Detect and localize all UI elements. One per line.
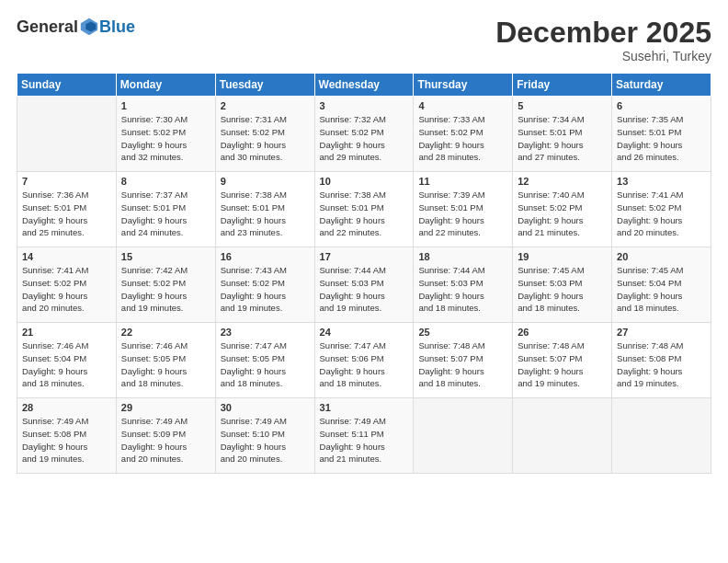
day-number: 20 <box>617 251 706 262</box>
day-number: 3 <box>320 100 409 111</box>
table-row: 27Sunrise: 7:48 AMSunset: 5:08 PMDayligh… <box>612 323 711 398</box>
day-info: Sunrise: 7:47 AMSunset: 5:05 PMDaylight:… <box>221 339 310 390</box>
day-number: 4 <box>418 100 507 111</box>
day-info: Sunrise: 7:49 AMSunset: 5:09 PMDaylight:… <box>121 415 210 465</box>
day-info: Sunrise: 7:44 AMSunset: 5:03 PMDaylight:… <box>320 264 409 315</box>
table-row: 29Sunrise: 7:49 AMSunset: 5:09 PMDayligh… <box>116 398 215 474</box>
table-row: 18Sunrise: 7:44 AMSunset: 5:03 PMDayligh… <box>414 247 513 323</box>
day-number: 15 <box>121 251 210 262</box>
col-tuesday: Tuesday <box>215 74 314 97</box>
table-row: 8Sunrise: 7:37 AMSunset: 5:01 PMDaylight… <box>116 172 215 247</box>
day-number: 25 <box>418 327 507 338</box>
col-sunday: Sunday <box>17 74 117 97</box>
day-info: Sunrise: 7:35 AMSunset: 5:01 PMDaylight:… <box>617 113 706 164</box>
day-number: 22 <box>121 327 210 338</box>
logo-general-text: General <box>17 17 78 37</box>
day-number: 2 <box>221 100 310 111</box>
calendar-week-row: 14Sunrise: 7:41 AMSunset: 5:02 PMDayligh… <box>17 247 711 323</box>
title-block: December 2025 Susehri, Turkey <box>495 17 711 63</box>
col-saturday: Saturday <box>612 74 711 97</box>
day-number: 14 <box>22 251 111 262</box>
logo-icon <box>79 17 99 37</box>
day-number: 6 <box>617 100 706 111</box>
day-info: Sunrise: 7:49 AMSunset: 5:10 PMDaylight:… <box>221 415 310 465</box>
table-row: 13Sunrise: 7:41 AMSunset: 5:02 PMDayligh… <box>612 172 711 247</box>
day-info: Sunrise: 7:42 AMSunset: 5:02 PMDaylight:… <box>121 264 210 315</box>
table-row: 5Sunrise: 7:34 AMSunset: 5:01 PMDaylight… <box>513 97 612 172</box>
day-info: Sunrise: 7:32 AMSunset: 5:02 PMDaylight:… <box>320 113 409 164</box>
calendar-header-row: Sunday Monday Tuesday Wednesday Thursday… <box>17 74 711 97</box>
day-number: 11 <box>418 176 507 187</box>
table-row: 30Sunrise: 7:49 AMSunset: 5:10 PMDayligh… <box>215 398 314 474</box>
table-row: 16Sunrise: 7:43 AMSunset: 5:02 PMDayligh… <box>215 247 314 323</box>
day-info: Sunrise: 7:41 AMSunset: 5:02 PMDaylight:… <box>617 189 706 239</box>
table-row: 1Sunrise: 7:30 AMSunset: 5:02 PMDaylight… <box>116 97 215 172</box>
day-number: 9 <box>221 176 310 187</box>
table-row: 14Sunrise: 7:41 AMSunset: 5:02 PMDayligh… <box>17 247 117 323</box>
logo-blue-text: Blue <box>99 17 135 37</box>
day-number: 17 <box>320 251 409 262</box>
table-row <box>17 97 117 172</box>
table-row: 15Sunrise: 7:42 AMSunset: 5:02 PMDayligh… <box>116 247 215 323</box>
day-info: Sunrise: 7:30 AMSunset: 5:02 PMDaylight:… <box>121 113 210 164</box>
table-row: 21Sunrise: 7:46 AMSunset: 5:04 PMDayligh… <box>17 323 117 398</box>
day-number: 21 <box>22 327 111 338</box>
day-info: Sunrise: 7:45 AMSunset: 5:04 PMDaylight:… <box>617 264 706 315</box>
day-number: 8 <box>121 176 210 187</box>
table-row: 26Sunrise: 7:48 AMSunset: 5:07 PMDayligh… <box>513 323 612 398</box>
day-info: Sunrise: 7:48 AMSunset: 5:07 PMDaylight:… <box>418 339 507 390</box>
day-info: Sunrise: 7:48 AMSunset: 5:07 PMDaylight:… <box>518 339 607 390</box>
calendar-week-row: 1Sunrise: 7:30 AMSunset: 5:02 PMDaylight… <box>17 97 711 172</box>
header: General Blue December 2025 Susehri, Turk… <box>17 17 711 63</box>
calendar-week-row: 28Sunrise: 7:49 AMSunset: 5:08 PMDayligh… <box>17 398 711 474</box>
day-info: Sunrise: 7:36 AMSunset: 5:01 PMDaylight:… <box>22 189 111 239</box>
day-info: Sunrise: 7:49 AMSunset: 5:08 PMDaylight:… <box>22 415 111 465</box>
day-info: Sunrise: 7:43 AMSunset: 5:02 PMDaylight:… <box>221 264 310 315</box>
table-row: 4Sunrise: 7:33 AMSunset: 5:02 PMDaylight… <box>414 97 513 172</box>
table-row: 31Sunrise: 7:49 AMSunset: 5:11 PMDayligh… <box>314 398 414 474</box>
calendar-table: Sunday Monday Tuesday Wednesday Thursday… <box>17 73 711 474</box>
day-info: Sunrise: 7:46 AMSunset: 5:04 PMDaylight:… <box>22 339 111 390</box>
logo: General Blue <box>17 17 135 37</box>
day-info: Sunrise: 7:31 AMSunset: 5:02 PMDaylight:… <box>221 113 310 164</box>
day-number: 13 <box>617 176 706 187</box>
table-row: 12Sunrise: 7:40 AMSunset: 5:02 PMDayligh… <box>513 172 612 247</box>
table-row: 23Sunrise: 7:47 AMSunset: 5:05 PMDayligh… <box>215 323 314 398</box>
day-number: 18 <box>418 251 507 262</box>
day-number: 19 <box>518 251 607 262</box>
day-info: Sunrise: 7:48 AMSunset: 5:08 PMDaylight:… <box>617 339 706 390</box>
day-info: Sunrise: 7:34 AMSunset: 5:01 PMDaylight:… <box>518 113 607 164</box>
day-info: Sunrise: 7:44 AMSunset: 5:03 PMDaylight:… <box>418 264 507 315</box>
calendar-week-row: 21Sunrise: 7:46 AMSunset: 5:04 PMDayligh… <box>17 323 711 398</box>
table-row: 17Sunrise: 7:44 AMSunset: 5:03 PMDayligh… <box>314 247 414 323</box>
location-subtitle: Susehri, Turkey <box>495 49 711 63</box>
day-info: Sunrise: 7:45 AMSunset: 5:03 PMDaylight:… <box>518 264 607 315</box>
table-row: 10Sunrise: 7:38 AMSunset: 5:01 PMDayligh… <box>314 172 414 247</box>
table-row: 22Sunrise: 7:46 AMSunset: 5:05 PMDayligh… <box>116 323 215 398</box>
day-number: 31 <box>320 402 409 413</box>
day-info: Sunrise: 7:37 AMSunset: 5:01 PMDaylight:… <box>121 189 210 239</box>
calendar-week-row: 7Sunrise: 7:36 AMSunset: 5:01 PMDaylight… <box>17 172 711 247</box>
day-number: 12 <box>518 176 607 187</box>
day-number: 23 <box>221 327 310 338</box>
day-number: 16 <box>221 251 310 262</box>
day-info: Sunrise: 7:40 AMSunset: 5:02 PMDaylight:… <box>518 189 607 239</box>
month-title: December 2025 <box>495 17 711 49</box>
col-friday: Friday <box>513 74 612 97</box>
day-number: 24 <box>320 327 409 338</box>
day-number: 7 <box>22 176 111 187</box>
day-info: Sunrise: 7:38 AMSunset: 5:01 PMDaylight:… <box>221 189 310 239</box>
day-number: 30 <box>221 402 310 413</box>
table-row: 3Sunrise: 7:32 AMSunset: 5:02 PMDaylight… <box>314 97 414 172</box>
table-row: 20Sunrise: 7:45 AMSunset: 5:04 PMDayligh… <box>612 247 711 323</box>
table-row <box>612 398 711 474</box>
day-info: Sunrise: 7:41 AMSunset: 5:02 PMDaylight:… <box>22 264 111 315</box>
col-wednesday: Wednesday <box>314 74 414 97</box>
day-number: 5 <box>518 100 607 111</box>
day-number: 1 <box>121 100 210 111</box>
table-row: 25Sunrise: 7:48 AMSunset: 5:07 PMDayligh… <box>414 323 513 398</box>
day-number: 29 <box>121 402 210 413</box>
table-row <box>414 398 513 474</box>
table-row: 24Sunrise: 7:47 AMSunset: 5:06 PMDayligh… <box>314 323 414 398</box>
table-row: 2Sunrise: 7:31 AMSunset: 5:02 PMDaylight… <box>215 97 314 172</box>
